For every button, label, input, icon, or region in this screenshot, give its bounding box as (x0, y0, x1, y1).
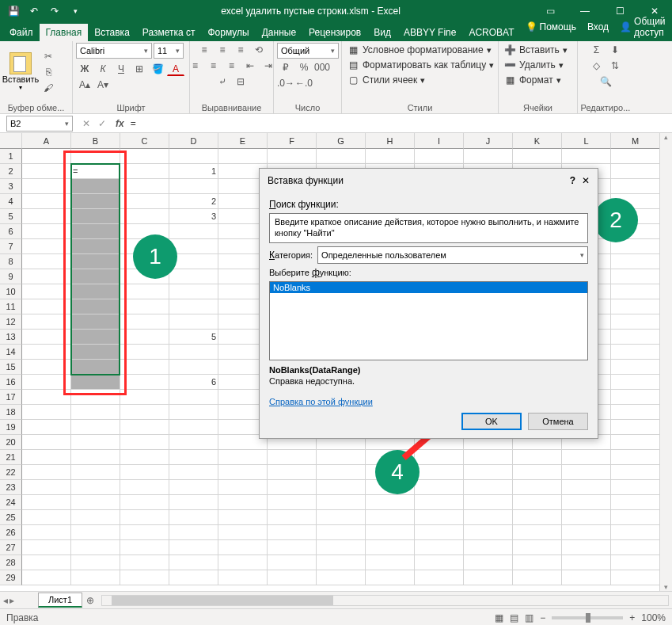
help-icon[interactable]: ? (570, 175, 575, 186)
cell-L25[interactable] (562, 510, 611, 525)
cell-M10[interactable] (611, 284, 660, 299)
cell-A6[interactable] (22, 224, 71, 239)
row-header-13[interactable]: 13 (0, 330, 22, 345)
cell-A5[interactable] (22, 209, 71, 224)
cell-K22[interactable] (513, 465, 562, 480)
cell-M19[interactable] (611, 420, 660, 435)
cell-A1[interactable] (22, 149, 71, 164)
cell-M14[interactable] (611, 345, 660, 360)
cell-E23[interactable] (218, 480, 268, 495)
cell-M1[interactable] (611, 149, 660, 164)
row-header-5[interactable]: 5 (0, 209, 22, 224)
cell-B19[interactable] (71, 420, 120, 435)
cell-L21[interactable] (562, 450, 611, 465)
cell-E27[interactable] (218, 540, 268, 555)
row-header-9[interactable]: 9 (0, 269, 22, 284)
horizontal-scrollbar[interactable] (101, 595, 669, 606)
cell-F22[interactable] (268, 465, 317, 480)
cell-E26[interactable] (218, 525, 268, 540)
cell-A11[interactable] (22, 299, 71, 314)
select-all[interactable] (0, 133, 22, 149)
cell-D24[interactable] (169, 495, 218, 510)
cell-styles-button[interactable]: ▢Стили ячеек▾ (345, 73, 427, 87)
cell-M28[interactable] (611, 555, 660, 570)
sort-filter-icon[interactable]: ⇅ (606, 59, 624, 73)
cell-B27[interactable] (71, 540, 120, 555)
cell-M13[interactable] (611, 330, 660, 345)
cell-B6[interactable] (71, 224, 120, 239)
cell-I23[interactable] (415, 480, 464, 495)
col-header-J[interactable]: J (464, 133, 513, 149)
cell-M17[interactable] (611, 390, 660, 405)
row-header-10[interactable]: 10 (0, 284, 22, 299)
cell-L1[interactable] (562, 149, 611, 164)
cell-A9[interactable] (22, 269, 71, 284)
tab-file[interactable]: Файл (3, 24, 40, 41)
col-header-G[interactable]: G (317, 133, 366, 149)
cell-B9[interactable] (71, 269, 120, 284)
cell-C24[interactable] (120, 495, 169, 510)
bold-button[interactable]: Ж (76, 62, 93, 76)
percent-icon[interactable]: % (295, 60, 313, 74)
cell-D28[interactable] (169, 555, 218, 570)
cell-C14[interactable] (120, 345, 169, 360)
cell-C29[interactable] (120, 570, 169, 585)
cell-K29[interactable] (513, 570, 562, 585)
cell-D2[interactable]: 1 (169, 164, 218, 179)
cell-E22[interactable] (218, 465, 268, 480)
cell-D19[interactable] (169, 420, 218, 435)
cell-G26[interactable] (317, 525, 366, 540)
cell-F27[interactable] (268, 540, 317, 555)
cell-D9[interactable] (169, 269, 218, 284)
cell-C13[interactable] (120, 330, 169, 345)
tab-acrobat[interactable]: ACROBAT (462, 24, 520, 41)
cell-B26[interactable] (71, 525, 120, 540)
conditional-formatting-button[interactable]: ▦Условное форматирование▾ (345, 43, 493, 57)
cell-A16[interactable] (22, 375, 71, 390)
row-header-11[interactable]: 11 (0, 299, 22, 314)
italic-button[interactable]: К (94, 62, 112, 76)
align-left-icon[interactable]: ≡ (187, 59, 204, 73)
cell-M26[interactable] (611, 525, 660, 540)
cell-D15[interactable] (169, 360, 218, 375)
cell-C18[interactable] (120, 405, 169, 420)
cell-M23[interactable] (611, 480, 660, 495)
undo-icon[interactable]: ↶ (25, 2, 43, 20)
cell-B23[interactable] (71, 480, 120, 495)
cut-icon[interactable]: ✂ (40, 49, 57, 63)
function-list[interactable]: NoBlanks (269, 281, 588, 360)
cell-A8[interactable] (22, 254, 71, 269)
cell-C27[interactable] (120, 540, 169, 555)
currency-icon[interactable]: ₽ (277, 60, 294, 74)
decrease-decimal-icon[interactable]: ←.0 (295, 76, 313, 90)
cell-H25[interactable] (366, 510, 415, 525)
cell-L27[interactable] (562, 540, 611, 555)
formula-input[interactable]: = (127, 118, 672, 129)
copy-icon[interactable]: ⎘ (40, 65, 57, 79)
zoom-in-icon[interactable]: + (629, 612, 635, 623)
cell-L22[interactable] (562, 465, 611, 480)
row-header-18[interactable]: 18 (0, 405, 22, 420)
ok-button[interactable]: OK (461, 413, 522, 430)
col-header-D[interactable]: D (169, 133, 218, 149)
next-sheet-icon[interactable]: ▸ (9, 595, 14, 606)
cell-H26[interactable] (366, 525, 415, 540)
zoom-level[interactable]: 100% (641, 612, 666, 623)
cell-D21[interactable] (169, 450, 218, 465)
cell-G28[interactable] (317, 555, 366, 570)
view-normal-icon[interactable]: ▦ (495, 612, 503, 623)
cell-A12[interactable] (22, 314, 71, 330)
cell-J28[interactable] (464, 555, 513, 570)
cell-M20[interactable] (611, 435, 660, 450)
cell-E25[interactable] (218, 510, 268, 525)
cell-M27[interactable] (611, 540, 660, 555)
col-header-M[interactable]: M (611, 133, 660, 149)
cell-I27[interactable] (415, 540, 464, 555)
cell-D10[interactable] (169, 284, 218, 299)
cell-D17[interactable] (169, 390, 218, 405)
cell-I26[interactable] (415, 525, 464, 540)
cell-J23[interactable] (464, 480, 513, 495)
autosum-icon[interactable]: Σ (588, 43, 606, 57)
cell-D25[interactable] (169, 510, 218, 525)
cell-A15[interactable] (22, 360, 71, 375)
